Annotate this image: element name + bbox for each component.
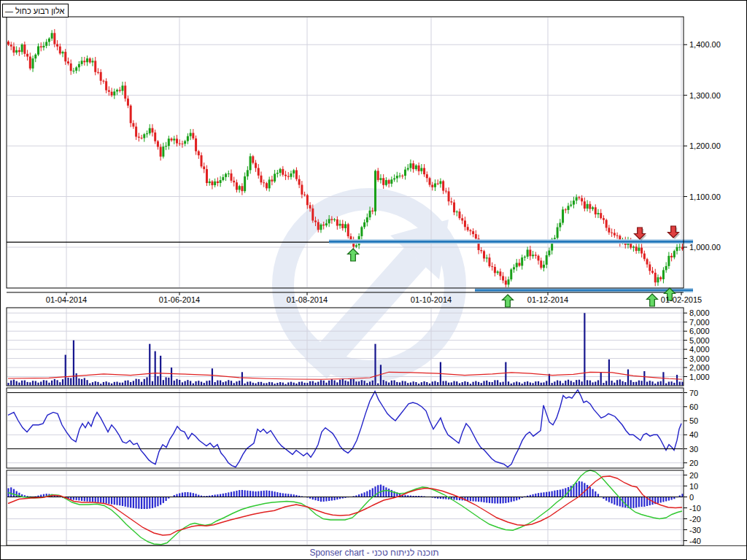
rsi-axis-label: 60	[689, 403, 698, 411]
price-axis-label: 1,300.00	[689, 92, 721, 100]
volume-axis-label: 1,000	[689, 373, 710, 381]
volume-axis-label: 6,000	[689, 327, 710, 335]
price-axis-label: 1,100.00	[689, 193, 721, 201]
volume-axis-label: 7,000	[689, 319, 710, 327]
macd-axis-label: -40	[689, 537, 701, 545]
price-axis-label: 1,400.00	[689, 41, 721, 49]
date-axis-label: 01-04-2014	[46, 296, 87, 304]
sponser-watermark-logo	[283, 199, 455, 371]
legend-series-label: אלון רבוע כחול	[15, 6, 64, 16]
date-axis-label: 01-10-2014	[411, 296, 452, 304]
volume-axis-label: 4,000	[689, 346, 710, 354]
candlestick-series[interactable]	[7, 29, 684, 287]
date-axis	[7, 292, 684, 295]
rsi-axis-label: 20	[689, 459, 698, 467]
chart-canvas[interactable]	[1, 1, 747, 560]
grid-lines	[7, 18, 687, 545]
date-axis-label: 01-12-2014	[527, 296, 568, 304]
macd-axis-label: 0	[689, 494, 694, 502]
macd-axis-label: -30	[689, 526, 701, 534]
price-axis-label: 1,200.00	[689, 142, 721, 150]
rsi-axis-label: 30	[689, 446, 698, 454]
volume-axis-label: 5,000	[689, 337, 710, 345]
series-legend[interactable]: —אלון רבוע כחול	[2, 4, 69, 18]
macd-axis-label: 10	[689, 483, 698, 491]
price-axis-label: 1,000.00	[689, 244, 721, 252]
macd-axis-label: 20	[689, 472, 698, 480]
rsi-axis-label: 70	[689, 389, 698, 397]
macd-main-line	[8, 476, 682, 535]
buy-arrow-icon	[348, 249, 359, 261]
status-bar: Sponser chart - תוכנה לניתוח טכני	[1, 545, 747, 560]
rsi-axis-label: 40	[689, 431, 698, 439]
macd-signal-line	[8, 470, 682, 545]
buy-arrow-icon	[647, 294, 658, 306]
date-axis-label: 01-06-2014	[159, 296, 200, 304]
rsi-axis-label: 50	[689, 417, 698, 425]
date-axis-label: 01-08-2014	[287, 296, 328, 304]
buy-arrow-icon	[503, 295, 514, 307]
sponser-chart-window: —אלון רבוע כחול 1,400.001,300.001,200.00…	[0, 0, 747, 560]
volume-axis-label: 3,000	[689, 355, 710, 363]
status-bar-text: Sponser chart - תוכנה לניתוח טכני	[309, 548, 438, 558]
volume-axis-label: 8,000	[689, 309, 710, 317]
trend-level-lines[interactable]	[7, 241, 693, 290]
volume-axis-label: 2,000	[689, 364, 710, 372]
macd-axis-label: -10	[689, 505, 701, 513]
date-axis-label: 01-02-2015	[661, 296, 702, 304]
legend-line-marker: —	[5, 6, 13, 16]
macd-axis-label: -20	[689, 516, 701, 524]
rsi-line	[8, 390, 681, 467]
